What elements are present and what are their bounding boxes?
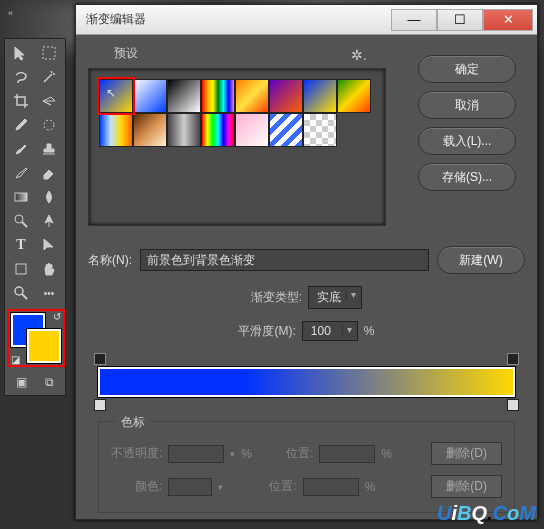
name-label: 名称(N):: [88, 252, 132, 269]
magic-wand-tool[interactable]: [35, 65, 63, 89]
titlebar[interactable]: 渐变编辑器 — ☐ ✕: [76, 5, 537, 35]
gradient-editor: [98, 355, 515, 411]
svg-rect-0: [43, 47, 55, 59]
shape-tool[interactable]: [7, 257, 35, 281]
presets-well: ↖: [88, 68, 386, 226]
pen-tool[interactable]: [35, 209, 63, 233]
stops-panel: 色标 不透明度: ▾ % 位置: % 删除(D) 颜色: ▾ 位置: % 删除(…: [98, 421, 515, 513]
stops-legend: 色标: [115, 414, 151, 431]
delete-color-button[interactable]: 删除(D): [431, 475, 502, 498]
preset-swatch[interactable]: [235, 79, 269, 113]
stamp-tool[interactable]: [35, 137, 63, 161]
opacity-label: 不透明度:: [111, 445, 162, 462]
color-stop[interactable]: [507, 399, 519, 411]
gear-icon[interactable]: ✲.: [351, 47, 367, 63]
preset-swatch[interactable]: [269, 79, 303, 113]
preset-swatch[interactable]: [167, 79, 201, 113]
maximize-button[interactable]: ☐: [437, 9, 483, 31]
preset-swatch[interactable]: ↖: [99, 79, 133, 113]
gradient-editor-dialog: 渐变编辑器 — ☐ ✕ ✲. 预设 ↖: [75, 4, 538, 520]
preset-swatch[interactable]: [235, 113, 269, 147]
screenmode-icon[interactable]: ⧉: [45, 375, 54, 389]
watermark: UiBQ.CoM: [437, 502, 536, 525]
dodge-tool[interactable]: [7, 209, 35, 233]
tools-panel: T ••• ↺ ◪ ▣ ⧉: [4, 38, 66, 396]
svg-point-3: [15, 215, 23, 223]
color-field[interactable]: [168, 478, 212, 496]
default-colors-icon[interactable]: ◪: [11, 354, 20, 365]
position-label: 位置:: [269, 478, 296, 495]
quickmask-icon[interactable]: ▣: [16, 375, 27, 389]
minimize-button[interactable]: —: [391, 9, 437, 31]
preset-swatch[interactable]: [133, 113, 167, 147]
type-dropdown[interactable]: 实底: [308, 286, 362, 309]
ok-button[interactable]: 确定: [418, 55, 516, 83]
position-field[interactable]: [303, 478, 359, 496]
preset-swatch[interactable]: [269, 113, 303, 147]
gradient-tool[interactable]: [7, 185, 35, 209]
svg-point-5: [15, 287, 23, 295]
color-stop[interactable]: [94, 399, 106, 411]
percent-label: %: [241, 447, 252, 461]
smooth-dropdown[interactable]: 100: [302, 321, 358, 341]
hand-tool[interactable]: [35, 257, 63, 281]
close-button[interactable]: ✕: [483, 9, 533, 31]
position-field[interactable]: [319, 445, 375, 463]
opacity-stop[interactable]: [94, 353, 106, 365]
preset-swatch[interactable]: [303, 79, 337, 113]
opacity-stop[interactable]: [507, 353, 519, 365]
path-select-tool[interactable]: [35, 233, 63, 257]
percent-label: %: [364, 324, 375, 338]
presets-label: 预设: [88, 45, 388, 62]
swap-colors-icon[interactable]: ↺: [53, 311, 61, 322]
marquee-tool[interactable]: [35, 41, 63, 65]
background-swatch[interactable]: [27, 329, 61, 363]
lasso-tool[interactable]: [7, 65, 35, 89]
color-swatches[interactable]: ↺ ◪: [7, 309, 65, 367]
preset-swatch[interactable]: [337, 79, 371, 113]
tool-menu[interactable]: •••: [35, 281, 63, 305]
svg-point-1: [44, 120, 54, 130]
svg-rect-2: [15, 193, 27, 201]
percent-label: %: [365, 480, 376, 494]
preset-swatch[interactable]: [201, 113, 235, 147]
smooth-label: 平滑度(M):: [238, 323, 295, 340]
slice-tool[interactable]: [35, 89, 63, 113]
blur-tool[interactable]: [35, 185, 63, 209]
save-button[interactable]: 存储(S)...: [418, 163, 516, 191]
patch-tool[interactable]: [35, 113, 63, 137]
preset-swatch[interactable]: [133, 79, 167, 113]
load-button[interactable]: 载入(L)...: [418, 127, 516, 155]
collapse-icon[interactable]: «: [8, 8, 13, 18]
cancel-button[interactable]: 取消: [418, 91, 516, 119]
position-label: 位置:: [286, 445, 313, 462]
percent-label: %: [381, 447, 392, 461]
move-tool[interactable]: [7, 41, 35, 65]
preset-swatch[interactable]: [201, 79, 235, 113]
type-tool[interactable]: T: [7, 233, 35, 257]
new-button[interactable]: 新建(W): [437, 246, 525, 274]
name-input[interactable]: [140, 249, 429, 271]
opacity-field[interactable]: [168, 445, 224, 463]
history-brush-tool[interactable]: [7, 161, 35, 185]
crop-tool[interactable]: [7, 89, 35, 113]
type-label: 渐变类型:: [251, 289, 302, 306]
brush-tool[interactable]: [7, 137, 35, 161]
svg-rect-4: [16, 264, 26, 274]
preset-grid: ↖: [99, 79, 379, 147]
gradient-bar[interactable]: [98, 367, 515, 397]
preset-swatch[interactable]: [303, 113, 337, 147]
dialog-title: 渐变编辑器: [76, 11, 391, 28]
eyedropper-tool[interactable]: [7, 113, 35, 137]
eraser-tool[interactable]: [35, 161, 63, 185]
color-label: 颜色:: [135, 478, 162, 495]
zoom-tool[interactable]: [7, 281, 35, 305]
preset-swatch[interactable]: [167, 113, 201, 147]
preset-swatch[interactable]: [99, 113, 133, 147]
delete-opacity-button[interactable]: 删除(D): [431, 442, 502, 465]
